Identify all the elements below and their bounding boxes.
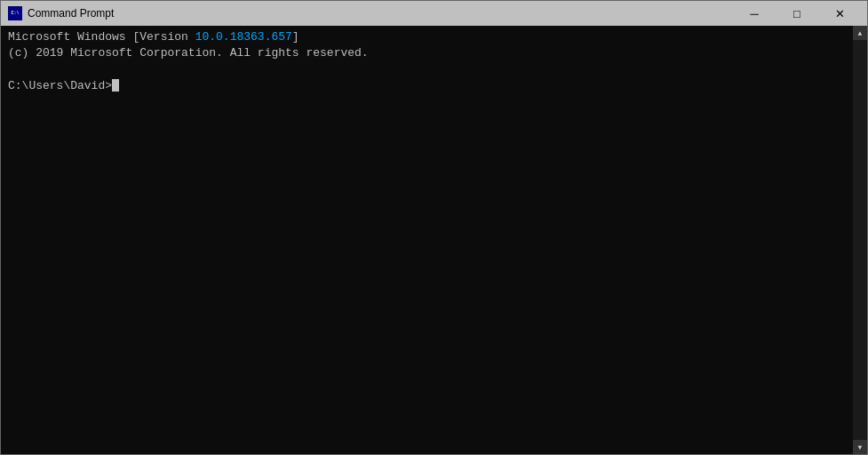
command-prompt-window: Command Prompt ─ □ ✕ Microsoft Windows […: [0, 0, 868, 455]
console-area[interactable]: Microsoft Windows [Version 10.0.18363.65…: [1, 26, 867, 454]
prompt-text: C:\Users\David>: [8, 79, 112, 92]
version-number: 10.0.18363.657: [195, 30, 292, 44]
window-title: Command Prompt: [28, 7, 734, 20]
version-line: Microsoft Windows [Version 10.0.18363.65…: [8, 29, 860, 45]
minimize-button[interactable]: ─: [734, 4, 775, 23]
scrollbar-up-button[interactable]: ▲: [853, 26, 867, 40]
version-prefix: Microsoft Windows [Version: [8, 30, 195, 44]
app-icon: [8, 6, 22, 20]
scrollbar-down-button[interactable]: ▼: [853, 440, 867, 454]
maximize-button[interactable]: □: [776, 4, 817, 23]
title-bar: Command Prompt ─ □ ✕: [1, 1, 867, 26]
cursor: [112, 79, 119, 92]
cmd-icon: [8, 6, 22, 20]
window-controls: ─ □ ✕: [734, 4, 860, 23]
scrollbar-track[interactable]: [853, 40, 867, 440]
scrollbar[interactable]: ▲ ▼: [853, 26, 867, 454]
prompt-line: C:\Users\David>: [8, 78, 860, 94]
console-output: Microsoft Windows [Version 10.0.18363.65…: [8, 29, 860, 94]
blank-line: [8, 61, 860, 77]
copyright-line: (c) 2019 Microsoft Corporation. All righ…: [8, 45, 860, 61]
version-suffix: ]: [292, 30, 299, 44]
close-button[interactable]: ✕: [819, 4, 860, 23]
